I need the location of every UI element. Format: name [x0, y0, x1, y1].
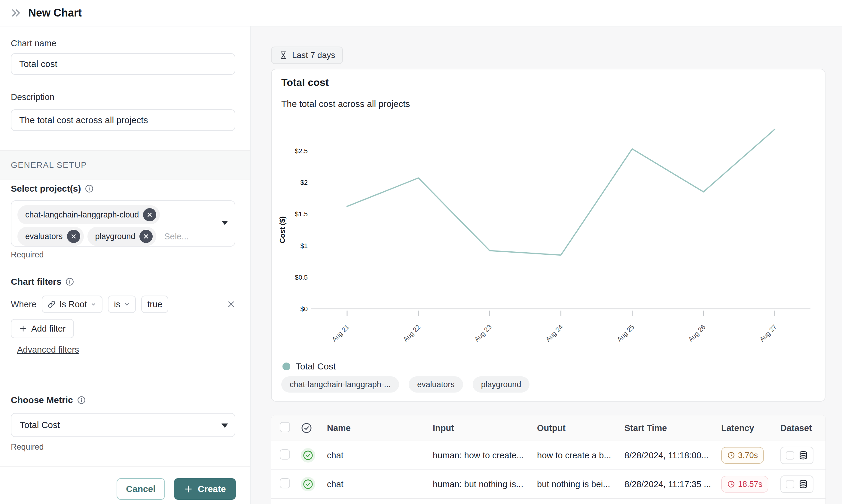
project-select-placeholder: Sele... [164, 232, 189, 241]
svg-text:Cost ($): Cost ($) [278, 216, 286, 243]
project-tag: playground [473, 376, 530, 393]
project-tag: chat-langchain-langgraph-... [281, 376, 399, 393]
status-column-icon [301, 422, 327, 434]
required-hint: Required [11, 250, 235, 259]
sidebar-footer: Cancel Create [0, 466, 250, 504]
select-projects-label: Select project(s) [11, 183, 235, 194]
svg-text:Aug 24: Aug 24 [544, 323, 564, 343]
remove-chip-icon[interactable] [139, 230, 153, 243]
chart-project-tags: chat-langchain-langgraph-... evaluators … [281, 376, 529, 393]
column-header-name: Name [327, 423, 433, 433]
svg-text:$0.5: $0.5 [295, 274, 308, 281]
remove-filter-icon[interactable] [227, 300, 235, 308]
run-name: chat [327, 479, 433, 489]
svg-text:Aug 27: Aug 27 [758, 323, 778, 343]
page-header: New Chart [0, 0, 842, 26]
svg-text:$2.5: $2.5 [295, 147, 308, 155]
svg-text:Aug 22: Aug 22 [402, 323, 422, 343]
preview-panel: Last 7 days Total cost The total cost ac… [251, 26, 842, 504]
table-row[interactable]: chat human: how to create... how to crea… [271, 441, 825, 470]
database-icon [799, 451, 808, 460]
chart-title: Total cost [281, 77, 329, 88]
hourglass-icon [279, 51, 288, 60]
plus-icon [184, 485, 193, 493]
svg-text:Aug 26: Aug 26 [687, 323, 707, 343]
cancel-button[interactable]: Cancel [117, 478, 165, 500]
dropdown-caret-icon [222, 221, 228, 225]
link-icon [48, 300, 56, 308]
info-icon [77, 396, 86, 404]
column-header-input: Input [433, 423, 537, 433]
run-name: chat [327, 451, 433, 461]
run-start-time: 8/28/2024, 11:18:00... [625, 451, 721, 461]
new-chart-page: New Chart Chart name Total cost Descript… [0, 0, 842, 504]
required-hint: Required [11, 443, 235, 452]
chart-name-label: Chart name [11, 38, 235, 48]
cost-line-chart: $0$0.5$1$1.5$2$2.5Cost ($)Aug 21Aug 22Au… [271, 114, 826, 352]
clock-icon [727, 451, 735, 459]
chevron-down-icon [124, 301, 130, 307]
time-range-button[interactable]: Last 7 days [271, 47, 343, 64]
chart-name-input[interactable]: Total cost [11, 53, 235, 75]
metric-select[interactable]: Total Cost [11, 413, 235, 437]
svg-text:Aug 21: Aug 21 [331, 323, 351, 343]
latency-badge: 18.57s [721, 476, 768, 492]
filter-value-input[interactable]: true [141, 295, 168, 313]
svg-text:Aug 23: Aug 23 [473, 323, 493, 343]
svg-text:$2: $2 [300, 179, 308, 186]
row-checkbox[interactable] [280, 449, 290, 460]
svg-text:$1.5: $1.5 [295, 210, 308, 218]
description-label: Description [11, 92, 235, 102]
dataset-checkbox[interactable] [786, 451, 794, 460]
legend-dot-icon [282, 362, 290, 370]
row-checkbox[interactable] [280, 478, 290, 488]
project-chip: playground [87, 227, 157, 246]
info-icon [85, 184, 93, 193]
chart-config-sidebar: Chart name Total cost Description The to… [0, 26, 251, 504]
choose-metric-label: Choose Metric [11, 395, 235, 405]
legend-label: Total Cost [296, 361, 336, 372]
chart-subtitle: The total cost across all projects [281, 99, 410, 109]
advanced-filters-link[interactable]: Advanced filters [17, 345, 79, 355]
collapse-panel-icon[interactable] [10, 7, 22, 19]
run-output: how to create a b... [537, 451, 625, 461]
latency-badge: 3.70s [721, 447, 764, 464]
select-all-checkbox[interactable] [280, 422, 290, 432]
run-input: human: but nothing is... [433, 479, 537, 489]
svg-text:$0: $0 [300, 305, 308, 313]
dropdown-caret-icon [222, 424, 228, 428]
where-label: Where [11, 300, 36, 309]
page-title: New Chart [28, 6, 82, 19]
svg-text:Aug 25: Aug 25 [615, 323, 635, 343]
create-button[interactable]: Create [174, 478, 236, 500]
remove-chip-icon[interactable] [67, 230, 80, 243]
status-success-icon [301, 448, 315, 463]
description-input[interactable]: The total cost across all projects [11, 109, 235, 131]
column-header-output: Output [537, 423, 625, 433]
dataset-cell[interactable] [780, 475, 813, 493]
project-multiselect[interactable]: chat-langchain-langgraph-cloud evaluator… [11, 200, 235, 247]
run-input: human: how to create... [433, 451, 537, 461]
dataset-cell[interactable] [780, 447, 813, 464]
general-setup-section-header: GENERAL SETUP [0, 150, 250, 180]
clock-icon [727, 480, 735, 488]
table-body: chat human: how to create... how to crea… [271, 441, 825, 499]
runs-table: Name Input Output Start Time Latency Dat… [271, 415, 826, 504]
chart-filters-label: Chart filters [11, 277, 235, 287]
plus-icon [19, 325, 27, 332]
remove-chip-icon[interactable] [143, 208, 156, 221]
dataset-checkbox[interactable] [786, 480, 794, 488]
column-header-start-time: Start Time [625, 423, 721, 433]
chevron-down-icon [90, 301, 97, 307]
info-icon [66, 277, 74, 286]
filter-field-select[interactable]: Is Root [42, 295, 103, 313]
add-filter-button[interactable]: Add filter [11, 319, 74, 338]
run-start-time: 8/28/2024, 11:17:35 ... [625, 479, 721, 489]
project-chip: chat-langchain-langgraph-cloud [17, 205, 160, 224]
table-row[interactable]: chat human: but nothing is... but nothin… [271, 470, 825, 499]
filter-operator-select[interactable]: is [108, 295, 136, 313]
column-header-dataset: Dataset [780, 423, 825, 433]
chart-legend: Total Cost [282, 361, 336, 372]
project-tag: evaluators [409, 376, 463, 393]
chart-preview-card: Total cost The total cost across all pro… [271, 69, 825, 401]
